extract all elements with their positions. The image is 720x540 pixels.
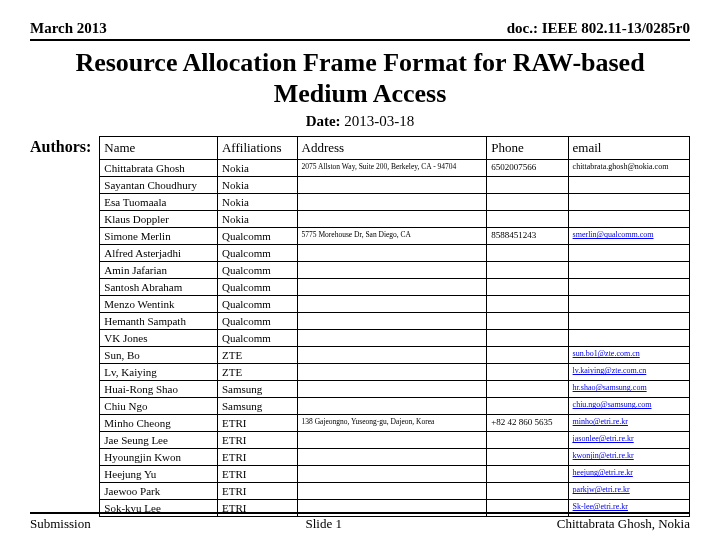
email-link[interactable]: heejung@etri.re.kr bbox=[573, 468, 633, 477]
col-address: Address bbox=[297, 137, 487, 160]
cell-name: Hyoungjin Kwon bbox=[100, 449, 218, 466]
cell-address: 2075 Allston Way, Suite 200, Berkeley, C… bbox=[297, 160, 487, 177]
cell-affiliation: Qualcomm bbox=[217, 330, 297, 347]
cell-phone: +82 42 860 5635 bbox=[487, 415, 568, 432]
cell-address bbox=[297, 262, 487, 279]
cell-phone bbox=[487, 381, 568, 398]
cell-phone bbox=[487, 449, 568, 466]
cell-address bbox=[297, 330, 487, 347]
table-row: Simone MerlinQualcomm5775 Morehouse Dr, … bbox=[100, 228, 690, 245]
cell-name: Jae Seung Lee bbox=[100, 432, 218, 449]
cell-name: Minho Cheong bbox=[100, 415, 218, 432]
cell-affiliation: Nokia bbox=[217, 194, 297, 211]
email-link[interactable]: parkjw@etri.re.kr bbox=[573, 485, 630, 494]
email-link[interactable]: kwonjin@etri.re.kr bbox=[573, 451, 634, 460]
cell-address bbox=[297, 364, 487, 381]
cell-email bbox=[568, 211, 689, 228]
footer-center: Slide 1 bbox=[305, 516, 341, 532]
cell-phone bbox=[487, 364, 568, 381]
cell-affiliation: Samsung bbox=[217, 381, 297, 398]
cell-address bbox=[297, 194, 487, 211]
cell-name: Sayantan Choudhury bbox=[100, 177, 218, 194]
cell-name: VK Jones bbox=[100, 330, 218, 347]
cell-address bbox=[297, 296, 487, 313]
authors-table: Name Affiliations Address Phone email Ch… bbox=[99, 136, 690, 517]
cell-email: minho@etri.re.kr bbox=[568, 415, 689, 432]
table-row: Jae Seung LeeETRIjasonlee@etri.re.kr bbox=[100, 432, 690, 449]
table-row: Sun, BoZTEsun.bo1@zte.com.cn bbox=[100, 347, 690, 364]
cell-phone bbox=[487, 262, 568, 279]
cell-affiliation: Qualcomm bbox=[217, 279, 297, 296]
cell-phone bbox=[487, 483, 568, 500]
table-row: Hemanth SampathQualcomm bbox=[100, 313, 690, 330]
email-link[interactable]: sun.bo1@zte.com.cn bbox=[573, 349, 640, 358]
cell-affiliation: Qualcomm bbox=[217, 245, 297, 262]
cell-email bbox=[568, 296, 689, 313]
cell-address bbox=[297, 313, 487, 330]
table-row: Menzo WentinkQualcomm bbox=[100, 296, 690, 313]
email-link[interactable]: hr.shao@samsung.com bbox=[573, 383, 647, 392]
cell-phone bbox=[487, 313, 568, 330]
cell-affiliation: Qualcomm bbox=[217, 228, 297, 245]
table-row: Santosh AbrahamQualcomm bbox=[100, 279, 690, 296]
date-row: Date: 2013-03-18 bbox=[30, 113, 690, 130]
cell-email: smerlin@qualcomm.com bbox=[568, 228, 689, 245]
cell-address bbox=[297, 245, 487, 262]
cell-address bbox=[297, 381, 487, 398]
cell-affiliation: Nokia bbox=[217, 177, 297, 194]
table-row: Heejung YuETRIheejung@etri.re.kr bbox=[100, 466, 690, 483]
cell-email: parkjw@etri.re.kr bbox=[568, 483, 689, 500]
table-row: Hyoungjin KwonETRIkwonjin@etri.re.kr bbox=[100, 449, 690, 466]
cell-name: Lv, Kaiying bbox=[100, 364, 218, 381]
cell-affiliation: Samsung bbox=[217, 398, 297, 415]
table-row: Amin JafarianQualcomm bbox=[100, 262, 690, 279]
cell-affiliation: Nokia bbox=[217, 160, 297, 177]
email-link[interactable]: Sk-lee@etri.re.kr bbox=[573, 502, 628, 511]
cell-phone bbox=[487, 279, 568, 296]
email-link[interactable]: lv.kaiying@zte.com.cn bbox=[573, 366, 647, 375]
table-row: Huai-Rong ShaoSamsunghr.shao@samsung.com bbox=[100, 381, 690, 398]
header-rule bbox=[30, 39, 690, 41]
cell-name: Heejung Yu bbox=[100, 466, 218, 483]
cell-address bbox=[297, 279, 487, 296]
email-link[interactable]: chiu.ngo@samsung.com bbox=[573, 400, 652, 409]
table-row: Sayantan ChoudhuryNokia bbox=[100, 177, 690, 194]
cell-affiliation: ETRI bbox=[217, 415, 297, 432]
table-row: Chiu NgoSamsungchiu.ngo@samsung.com bbox=[100, 398, 690, 415]
email-link[interactable]: minho@etri.re.kr bbox=[573, 417, 628, 426]
header: March 2013 doc.: IEEE 802.11-13/0285r0 bbox=[30, 20, 690, 37]
cell-affiliation: Qualcomm bbox=[217, 313, 297, 330]
email-link[interactable]: smerlin@qualcomm.com bbox=[573, 230, 654, 239]
cell-name: Klaus Doppler bbox=[100, 211, 218, 228]
authors-label: Authors: bbox=[30, 138, 91, 517]
cell-name: Hemanth Sampath bbox=[100, 313, 218, 330]
cell-phone bbox=[487, 347, 568, 364]
cell-affiliation: ETRI bbox=[217, 449, 297, 466]
cell-affiliation: Qualcomm bbox=[217, 296, 297, 313]
cell-affiliation: Nokia bbox=[217, 211, 297, 228]
col-affiliations: Affiliations bbox=[217, 137, 297, 160]
email-link[interactable]: jasonlee@etri.re.kr bbox=[573, 434, 634, 443]
footer-rule bbox=[30, 512, 690, 514]
cell-address bbox=[297, 347, 487, 364]
cell-address bbox=[297, 398, 487, 415]
cell-name: Jaewoo Park bbox=[100, 483, 218, 500]
table-row: VK JonesQualcomm bbox=[100, 330, 690, 347]
cell-email bbox=[568, 177, 689, 194]
cell-phone bbox=[487, 398, 568, 415]
cell-name: Esa Tuomaala bbox=[100, 194, 218, 211]
cell-email: sun.bo1@zte.com.cn bbox=[568, 347, 689, 364]
cell-address bbox=[297, 466, 487, 483]
table-row: Alfred AsterjadhiQualcomm bbox=[100, 245, 690, 262]
cell-affiliation: ETRI bbox=[217, 466, 297, 483]
cell-name: Simone Merlin bbox=[100, 228, 218, 245]
cell-name: Alfred Asterjadhi bbox=[100, 245, 218, 262]
cell-email: lv.kaiying@zte.com.cn bbox=[568, 364, 689, 381]
cell-email: chiu.ngo@samsung.com bbox=[568, 398, 689, 415]
cell-email: hr.shao@samsung.com bbox=[568, 381, 689, 398]
footer: Submission Slide 1 Chittabrata Ghosh, No… bbox=[30, 512, 690, 532]
cell-address: 5775 Morehouse Dr, San Diego, CA bbox=[297, 228, 487, 245]
cell-phone bbox=[487, 245, 568, 262]
cell-email: chittabrata.ghosh@nokia.com bbox=[568, 160, 689, 177]
cell-phone bbox=[487, 194, 568, 211]
